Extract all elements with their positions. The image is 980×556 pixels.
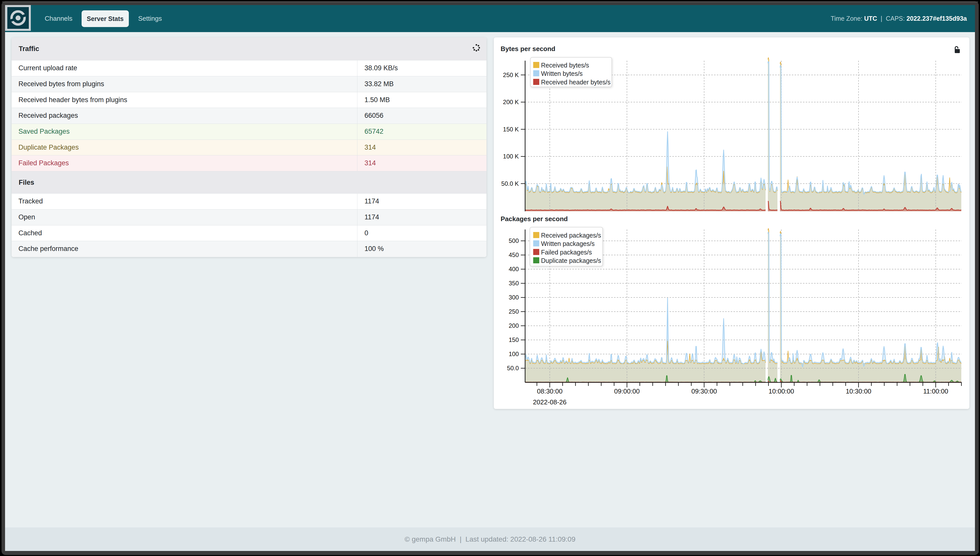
svg-text:250: 250 <box>509 308 519 315</box>
svg-text:500: 500 <box>509 237 519 244</box>
svg-text:150 K: 150 K <box>503 126 519 133</box>
svg-text:250 K: 250 K <box>503 71 519 78</box>
svg-text:150: 150 <box>509 336 519 343</box>
svg-text:200 K: 200 K <box>503 99 519 105</box>
svg-text:09:00:00: 09:00:00 <box>614 388 640 395</box>
svg-text:350: 350 <box>509 280 519 287</box>
svg-text:10:00:00: 10:00:00 <box>769 388 794 395</box>
svg-text:450: 450 <box>509 252 519 258</box>
svg-text:10:30:00: 10:30:00 <box>846 388 871 395</box>
svg-text:400: 400 <box>509 266 519 272</box>
svg-text:300: 300 <box>509 294 519 301</box>
svg-text:11:00:00: 11:00:00 <box>923 388 948 395</box>
svg-text:200: 200 <box>509 322 519 329</box>
svg-text:50.0 K: 50.0 K <box>501 180 519 187</box>
svg-text:100: 100 <box>509 351 519 357</box>
svg-text:08:30:00: 08:30:00 <box>537 388 563 395</box>
svg-text:2022-08-26: 2022-08-26 <box>533 398 567 406</box>
svg-text:09:30:00: 09:30:00 <box>691 388 717 395</box>
svg-text:50.0: 50.0 <box>507 365 519 372</box>
svg-text:100 K: 100 K <box>503 153 519 160</box>
